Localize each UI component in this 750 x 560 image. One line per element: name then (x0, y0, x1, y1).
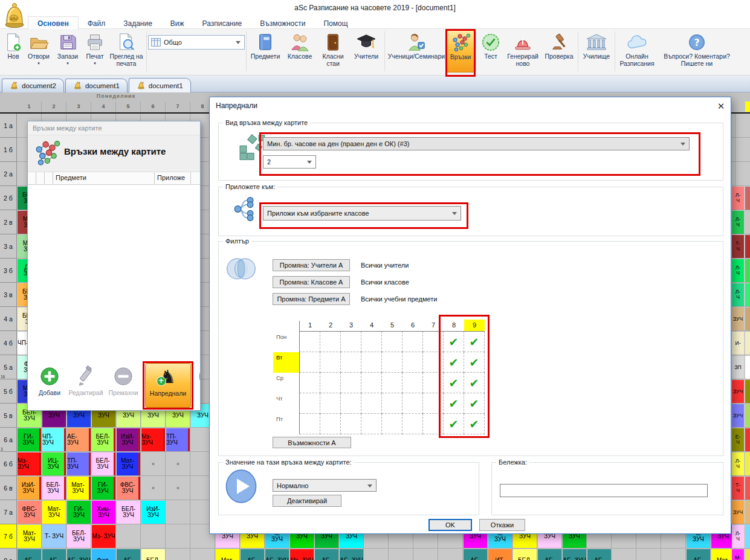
menu-tab-Задание[interactable]: Задание (114, 17, 161, 30)
links-column-header-Приложе[interactable]: Приложе (155, 172, 191, 184)
grid-cell-Ср-7[interactable] (423, 373, 444, 393)
grid-cell-Пт-9[interactable]: ✔ (464, 414, 485, 434)
document-tab-document2[interactable]: document2 (2, 79, 64, 92)
row-label-6 в[interactable]: 6 в (0, 476, 17, 500)
grid-period-header-5[interactable]: 5 (382, 320, 402, 331)
lesson-card[interactable]: Мат-ЗУЧ (67, 477, 91, 500)
lesson-card-partial[interactable]: ЗУЧ (732, 404, 744, 427)
lesson-card-partial[interactable]: Л-Ч (732, 283, 744, 306)
links-window-titlebar[interactable]: Връзки между картите (28, 121, 200, 135)
grid-cell-Чт-9[interactable]: ✔ (464, 393, 485, 414)
lesson-card-partial[interactable] (745, 211, 750, 234)
grid-period-header-7[interactable]: 7 (423, 320, 444, 331)
links-column-header[interactable] (45, 172, 53, 184)
period-header-6[interactable]: 6 (141, 101, 166, 112)
lesson-card-partial[interactable] (745, 283, 750, 306)
row-label-3 а[interactable]: 3 а (0, 234, 17, 259)
menu-tab-Помощ[interactable]: Помощ (314, 17, 357, 30)
lesson-card[interactable]: Мз- ЗУЧ (18, 452, 41, 475)
ribbon-button-print[interactable]: Печат▾ (82, 30, 108, 72)
lesson-card[interactable]: Т- ЗУЧ (42, 525, 66, 548)
grid-period-header-9[interactable]: 9 (464, 320, 485, 331)
blocked-slot[interactable]: × (166, 477, 190, 500)
grid-cell-Ср-4[interactable] (361, 373, 382, 393)
menu-tab-Файл[interactable]: Файл (79, 17, 115, 30)
lesson-card-partial[interactable]: ЗУЧ (732, 380, 744, 403)
lesson-card-partial[interactable]: Л-Ч (732, 525, 744, 548)
partial-button[interactable]: Напакт (195, 363, 201, 408)
grid-cell-Ср-5[interactable] (382, 373, 402, 393)
timetable-day-header[interactable]: Понеделник (17, 93, 215, 101)
row-label-7 б[interactable]: 7 б (0, 524, 17, 549)
period-header-4[interactable]: 4 (91, 101, 116, 112)
grid-cell-Пт-4[interactable] (361, 414, 382, 434)
lesson-card[interactable]: ИзИ-ЗУЧ (117, 428, 140, 451)
ribbon-button-building[interactable]: Училище (580, 30, 613, 72)
ribbon-button-links[interactable]: Връзки (447, 30, 474, 72)
lesson-card[interactable]: АЕ- (117, 549, 140, 560)
row-label-3 б[interactable]: 3 б (0, 259, 17, 283)
lesson-card-partial[interactable] (745, 404, 750, 427)
grid-day-label-Вт[interactable]: Вт (273, 352, 300, 373)
grid-day-label-Чт[interactable]: Чт (273, 393, 300, 414)
row-label-8 а[interactable]: 8 а (0, 549, 17, 560)
grid-cell-Ср-3[interactable] (341, 373, 361, 393)
grid-cell-Пт-3[interactable] (341, 414, 361, 434)
Добави-button[interactable]: Добави (34, 363, 65, 408)
menu-tab-Основен[interactable]: Основен (28, 16, 79, 30)
period-header-7[interactable]: 7 (166, 101, 190, 112)
lesson-card-partial[interactable] (745, 525, 750, 548)
lesson-card[interactable]: ГИ-ЗУЧ (92, 477, 115, 500)
grid-cell-Вт-8[interactable]: ✔ (444, 352, 464, 373)
grid-period-header-1[interactable]: 1 (300, 320, 320, 331)
row-label-5 а[interactable]: 5 а16 (0, 355, 17, 379)
ribbon-button-preview[interactable]: Преглед на печата (108, 30, 145, 72)
ribbon-button-open[interactable]: Отвори▾ (24, 30, 53, 72)
row-label-7 а[interactable]: 7 а (0, 500, 17, 524)
lesson-card[interactable]: АЕ- ЗУЧ (67, 549, 91, 560)
lesson-card-partial[interactable] (745, 259, 750, 282)
lesson-card-partial[interactable]: М-ЗУЧ (732, 549, 744, 560)
ribbon-button-cloud[interactable]: Онлайн Разписания (616, 30, 658, 72)
lesson-card-partial[interactable]: Т-Ч (732, 477, 744, 500)
blocked-slot[interactable]: × (141, 452, 165, 475)
grid-cell-Пон-4[interactable] (361, 332, 382, 352)
grid-cell-Чт-5[interactable] (382, 393, 402, 414)
lesson-card-partial[interactable]: Л-Ч (732, 259, 744, 282)
lesson-card-partial[interactable]: ЗУЧ (732, 501, 744, 524)
lesson-card[interactable]: ИТ- (488, 549, 512, 560)
ribbon-button-students[interactable]: Ученици/Семинари (386, 30, 447, 72)
grid-cell-Вт-6[interactable] (402, 352, 423, 373)
lesson-card[interactable]: ИзИ-ЗУЧ (141, 501, 165, 524)
relationship-count-combo[interactable]: 2 (263, 155, 316, 169)
grid-cell-Вт-2[interactable] (320, 352, 341, 373)
lesson-card[interactable]: ИзИ-ЗУЧ (18, 477, 41, 500)
lesson-card-partial[interactable]: Л-Ч (732, 211, 744, 234)
grid-cell-Пон-6[interactable] (402, 332, 423, 352)
grid-cell-Вт-7[interactable] (423, 352, 444, 373)
grid-period-header-6[interactable]: 6 (402, 320, 423, 331)
grid-period-header-2[interactable]: 2 (320, 320, 341, 331)
grid-cell-Вт-9[interactable]: ✔ (464, 352, 485, 373)
row-label-3 в[interactable]: 3 в (0, 283, 17, 307)
grid-cell-Чт-1[interactable] (300, 393, 320, 414)
links-table-list[interactable] (28, 185, 200, 362)
row-label-6 б[interactable]: 6 б (0, 452, 17, 476)
lesson-card-partial[interactable] (745, 477, 750, 500)
lesson-card[interactable]: БЕЛ-ЗУЧ (92, 428, 115, 451)
lesson-card[interactable]: АЕ- (241, 549, 264, 560)
lesson-card-partial[interactable] (745, 307, 750, 330)
row-label-1 б[interactable]: 1 б (0, 138, 17, 162)
lesson-card[interactable]: АЕ- ЗУЧ (563, 549, 586, 560)
apply-to-combo[interactable]: Приложи към избраните класове (263, 206, 461, 220)
grid-cell-Ср-9[interactable]: ✔ (464, 373, 485, 393)
period-header-5[interactable]: 5 (116, 101, 141, 112)
grid-cell-Ср-2[interactable] (320, 373, 341, 393)
deactivate-button[interactable]: Деактивирай (273, 495, 341, 507)
ribbon-button-question[interactable]: ?Въпроси? Коментари? Пишете ни (658, 30, 736, 72)
lesson-card[interactable]: АЕ- (587, 549, 611, 560)
lesson-card[interactable]: ФВС-ЗУЧ (117, 477, 140, 500)
lesson-card[interactable]: ТП- ЗУЧ (166, 428, 190, 451)
blocked-slot[interactable]: × (141, 477, 165, 500)
grid-cell-Ср-1[interactable] (300, 373, 320, 393)
